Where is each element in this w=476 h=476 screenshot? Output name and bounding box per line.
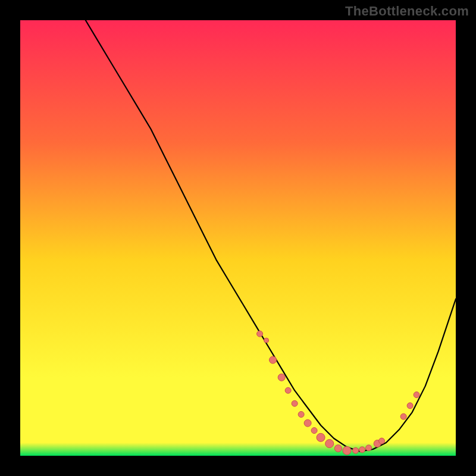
data-marker (298, 411, 304, 417)
data-marker (407, 403, 413, 409)
data-marker (414, 392, 419, 398)
watermark-text: TheBottleneck.com (345, 4, 469, 19)
data-marker (359, 447, 365, 453)
data-marker (325, 440, 334, 448)
data-marker (264, 338, 269, 343)
data-marker (257, 331, 263, 337)
data-marker (317, 433, 325, 441)
data-marker (400, 414, 406, 419)
data-marker (292, 400, 298, 406)
data-marker (334, 445, 342, 452)
data-marker (353, 447, 359, 453)
data-marker (379, 438, 385, 444)
data-marker (343, 446, 351, 455)
plot-area (20, 20, 456, 456)
data-marker (278, 374, 285, 381)
data-marker (285, 387, 291, 393)
chart-svg (20, 20, 456, 456)
chart-frame: TheBottleneck.com (0, 0, 476, 476)
gradient-background (20, 20, 456, 456)
data-marker (304, 419, 311, 427)
data-marker (270, 356, 277, 364)
data-marker (311, 428, 317, 434)
data-marker (366, 445, 372, 451)
